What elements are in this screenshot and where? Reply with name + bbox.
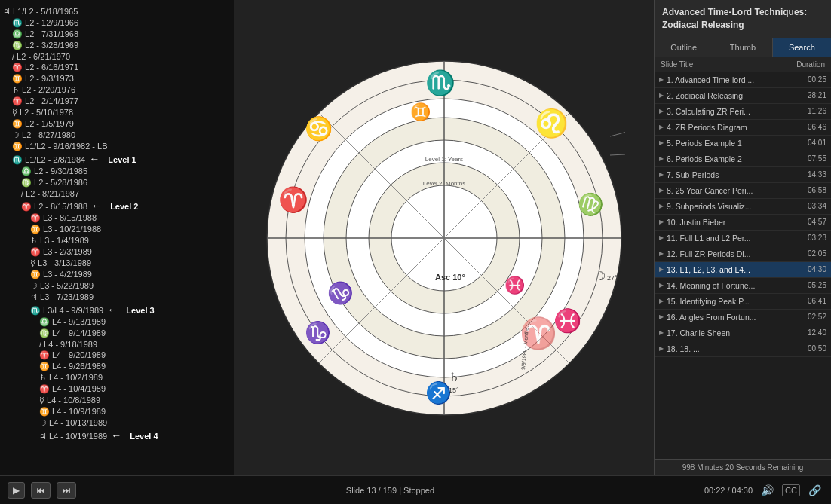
- cc-icon[interactable]: CC: [782, 484, 800, 496]
- slide-item[interactable]: ▶ 11. Full L1 and L2 Per... 03:23: [655, 231, 831, 246]
- slide-item[interactable]: ▶ 3. Calculating ZR Peri... 11:26: [655, 104, 831, 120]
- slide-item[interactable]: ▶ 18. 18. ... 00:50: [655, 341, 831, 357]
- slide-duration: 04:30: [789, 265, 826, 273]
- slide-item[interactable]: ▶ 4. ZR Periods Diagram 06:46: [655, 120, 831, 136]
- slide-duration: 14:33: [789, 170, 826, 179]
- slide-name: 8. 25 Year Cancer Peri...: [667, 186, 789, 195]
- slide-duration: 06:46: [789, 123, 826, 131]
- left-panel-entry: / L2 - 6/21/1970: [3, 51, 231, 62]
- svg-text:Level 2: Months: Level 2: Months: [422, 180, 465, 187]
- slide-play-icon: ▶: [659, 298, 664, 304]
- slide-item[interactable]: ▶ 9. Subperiods Visualiz... 03:34: [655, 199, 831, 215]
- slide-name: 4. ZR Periods Diagram: [667, 123, 789, 132]
- slide-item[interactable]: ▶ 16. Angles From Fortun... 02:52: [655, 310, 831, 325]
- left-panel-entry: ♃ L1/L2 - 5/18/1965: [3, 6, 231, 17]
- slide-item[interactable]: ▶ 13. L1, L2, L3, and L4... 04:30: [655, 262, 831, 278]
- slide-name: 16. Angles From Fortun...: [667, 313, 789, 322]
- slide-info: Slide 13 / 159 | Stopped: [82, 486, 698, 495]
- slide-item[interactable]: ▶ 12. Full ZR Periods Di... 02:05: [655, 246, 831, 262]
- left-panel-entry: ☽ L3 - 5/22/1989: [3, 280, 231, 292]
- slide-duration: 00:50: [789, 344, 826, 353]
- next-button[interactable]: ⏭: [57, 482, 76, 499]
- svg-text:♓: ♓: [553, 307, 582, 334]
- left-panel: ♃ L1/L2 - 5/18/1965♏ L2 - 12/9/1966♎ L2 …: [0, 0, 234, 475]
- left-panel-entry: ♈ L3 - 2/3/1989: [3, 246, 231, 258]
- slide-duration: 04:01: [789, 139, 826, 147]
- main-area: ♃ L1/L2 - 5/18/1965♏ L2 - 12/9/1966♎ L2 …: [0, 0, 831, 475]
- svg-text:Asc 10°: Asc 10°: [435, 273, 465, 282]
- left-panel-entry: ♍ L4 - 9/14/1989: [3, 328, 231, 339]
- svg-text:♄: ♄: [449, 371, 459, 383]
- volume-icon[interactable]: 🔊: [759, 482, 776, 499]
- slide-play-icon: ▶: [659, 266, 664, 273]
- slide-play-icon: ▶: [659, 124, 664, 130]
- presentation-title: Advanced Time-Lord Techniques: Zodiacal …: [662, 6, 823, 32]
- slide-duration: 03:34: [789, 202, 826, 210]
- chart-container: ♏ ♌ ♍ ♓ ♐ ♑ ♈ ♋ ♊ ♓: [263, 57, 625, 419]
- left-panel-entry: / L4 - 9/18/1989: [3, 339, 231, 350]
- slide-name: 6. Periods Example 2: [667, 154, 789, 163]
- remaining-time: 998 Minutes 20 Seconds Remaining: [682, 463, 804, 472]
- left-panel-entry: ♈ L2 - 6/16/1971: [3, 62, 231, 73]
- slide-name: 3. Calculating ZR Peri...: [667, 107, 789, 116]
- left-panel-entry: ♊ L4 - 10/9/1989: [3, 406, 231, 417]
- slide-duration: 28:21: [789, 91, 826, 99]
- left-panel-entry: ♊ L2 - 9/3/1973: [3, 73, 231, 84]
- left-panel-entry: ☿ L2 - 5/10/1978: [3, 107, 231, 118]
- play-button[interactable]: ▶: [8, 482, 25, 499]
- left-panel-entry: ♈ L4 - 10/4/1989: [3, 383, 231, 395]
- svg-text:♓: ♓: [504, 275, 526, 295]
- time-info: 00:22 / 04:30: [704, 486, 753, 495]
- svg-text:♈: ♈: [278, 185, 308, 214]
- slide-name: 14. Meaning of Fortune...: [667, 281, 789, 290]
- slide-item[interactable]: ▶ 6. Periods Example 2 07:55: [655, 151, 831, 167]
- tab-thumb[interactable]: Thumb: [713, 38, 772, 57]
- svg-text:♏: ♏: [425, 69, 455, 97]
- left-panel-entry: ♊ L1/L2 - 9/16/1982 - LB: [3, 141, 231, 152]
- svg-text:☽: ☽: [595, 270, 606, 283]
- left-panel-entry: ♊ L4 - 9/26/1989: [3, 361, 231, 372]
- left-panel-entry: ♈ L2 - 8/15/1988 ← Level 2: [3, 199, 231, 212]
- slide-item[interactable]: ▶ 15. Identifying Peak P... 06:41: [655, 294, 831, 310]
- left-panel-entry: ♈ L3 - 8/15/1988: [3, 212, 231, 224]
- left-panel-entry: ♎ L2 - 9/30/1985: [3, 166, 231, 177]
- right-panel: Advanced Time-Lord Techniques: Zodiacal …: [654, 0, 831, 475]
- left-panel-entry: ♈ L2 - 2/14/1977: [3, 96, 231, 107]
- left-panel-entry: ☽ L4 - 10/13/1989: [3, 417, 231, 429]
- svg-text:♐: ♐: [425, 380, 452, 405]
- slide-play-icon: ▶: [659, 313, 664, 320]
- slide-item[interactable]: ▶ 8. 25 Year Cancer Peri... 06:58: [655, 183, 831, 199]
- slide-item[interactable]: ▶ 10. Justin Bieber 04:57: [655, 215, 831, 231]
- left-panel-entry: ♄ L2 - 2/20/1976: [3, 84, 231, 96]
- tab-outline[interactable]: Outline: [655, 38, 713, 57]
- slide-item[interactable]: ▶ 1. Advanced Time-lord ... 00:25: [655, 72, 831, 88]
- left-panel-entry: / L2 - 8/21/1987: [3, 188, 231, 199]
- slide-play-icon: ▶: [659, 234, 664, 241]
- svg-text:♋: ♋: [305, 115, 333, 142]
- svg-text:♑: ♑: [305, 320, 331, 345]
- left-panel-entry: ♎ L2 - 7/31/1968: [3, 29, 231, 40]
- prev-button[interactable]: ⏮: [31, 482, 51, 499]
- slide-name: 7. Sub-Periods: [667, 170, 789, 179]
- slide-item[interactable]: ▶ 2. Zodiacal Releasing 28:21: [655, 88, 831, 104]
- center-panel: ♏ ♌ ♍ ♓ ♐ ♑ ♈ ♋ ♊ ♓: [234, 0, 654, 475]
- slide-list-header: Slide Title Duration: [655, 57, 831, 72]
- slide-item[interactable]: ▶ 5. Periods Example 1 04:01: [655, 136, 831, 151]
- slide-play-icon: ▶: [659, 203, 664, 209]
- slide-item[interactable]: ▶ 7. Sub-Periods 14:33: [655, 167, 831, 183]
- svg-text:27°: 27°: [607, 274, 618, 282]
- col-title-header: Slide Title: [661, 60, 783, 69]
- slide-item[interactable]: ▶ 17. Charlie Sheen 12:40: [655, 325, 831, 341]
- svg-line-41: [610, 151, 625, 155]
- left-panel-entry: ♄ L3 - 1/4/1989: [3, 235, 231, 246]
- slide-play-icon: ▶: [659, 282, 664, 289]
- left-panel-entry: ♊ L3 - 10/21/1988: [3, 224, 231, 235]
- link-icon[interactable]: 🔗: [806, 482, 823, 499]
- slide-play-icon: ▶: [659, 250, 664, 257]
- slide-name: 12. Full ZR Periods Di...: [667, 249, 789, 258]
- tab-search[interactable]: Search: [773, 38, 831, 57]
- left-panel-entry: ☿ L4 - 10/8/1989: [3, 395, 231, 406]
- left-panel-entry: ♏ L1/L2 - 2/8/1984 ← Level 1: [3, 152, 231, 166]
- slide-item[interactable]: ▶ 14. Meaning of Fortune... 05:25: [655, 278, 831, 294]
- left-panel-entry: ☽ L2 - 8/27/1980: [3, 130, 231, 141]
